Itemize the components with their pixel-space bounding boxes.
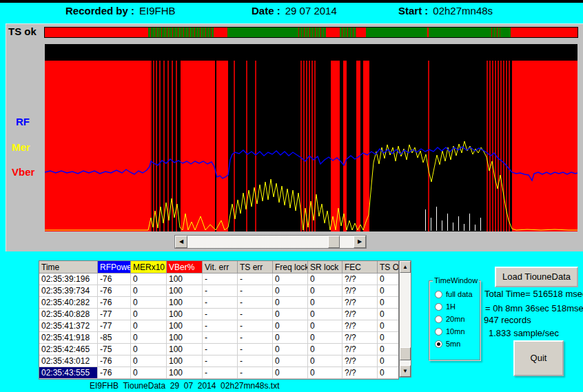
radio-button-icon[interactable] — [435, 303, 442, 311]
radio-10mn[interactable]: 10mn — [435, 326, 480, 337]
cell-sr-lock[interactable]: 0 — [308, 332, 342, 344]
cell-vit-err[interactable]: - — [203, 332, 238, 344]
cell-time[interactable]: 02:35:43:012 — [39, 355, 98, 367]
cell-fec[interactable]: ?/? — [342, 285, 378, 297]
cell-fec[interactable]: ?/? — [342, 332, 378, 344]
radio-label[interactable]: 1H — [446, 302, 456, 311]
table-row[interactable]: 02:35:41:918-850100--00?/?0 — [39, 332, 399, 344]
cell-time[interactable]: 02:35:40:828 — [39, 309, 98, 320]
chart-horizontal-scrollbar[interactable]: ◀ ▶ — [174, 235, 367, 249]
cell-merx10[interactable]: 0 — [131, 332, 167, 344]
radio-button-icon[interactable] — [435, 328, 442, 336]
cell-fec[interactable]: ?/? — [342, 355, 378, 367]
cell-time[interactable]: 02:35:43:555 — [39, 367, 98, 379]
cell-vber-[interactable]: 100 — [167, 332, 203, 344]
cell-vber-[interactable]: 100 — [167, 309, 203, 320]
cell-ts-err[interactable]: - — [238, 285, 273, 297]
table-row[interactable]: 02:35:42:465-750100--00?/?0 — [39, 344, 399, 355]
cell-vber-[interactable]: 100 — [167, 274, 203, 285]
cell-sr-lock[interactable]: 0 — [308, 285, 342, 297]
cell-ts-err[interactable]: - — [238, 332, 273, 344]
cell-merx10[interactable]: 0 — [131, 285, 167, 297]
cell-ts-err[interactable]: - — [238, 309, 273, 320]
cell-time[interactable]: 02:35:41:918 — [39, 332, 98, 344]
cell-fec[interactable]: ?/? — [342, 297, 378, 309]
vertical-scrollbar-thumb[interactable] — [400, 347, 411, 360]
table-row[interactable]: 02:35:43:555-760100--00?/?0 — [39, 367, 399, 379]
cell-fec[interactable]: ?/? — [342, 320, 378, 332]
cell-sr-lock[interactable]: 0 — [308, 355, 342, 367]
radio-label[interactable]: 20mn — [446, 315, 465, 323]
cell-ts-ok[interactable]: 0 — [378, 367, 400, 379]
scroll-right-icon[interactable]: ▶ — [354, 236, 366, 248]
cell-rfpower[interactable]: -76 — [98, 297, 131, 309]
cell-ts-ok[interactable]: 0 — [378, 274, 400, 285]
cell-vit-err[interactable]: - — [203, 320, 238, 332]
cell-sr-lock[interactable]: 0 — [308, 344, 342, 355]
cell-rfpower[interactable]: -77 — [98, 320, 131, 332]
cell-merx10[interactable]: 0 — [131, 367, 167, 379]
radio-20mn[interactable]: 20mn — [435, 313, 480, 324]
cell-merx10[interactable]: 0 — [131, 320, 167, 332]
cell-ts-ok[interactable]: 0 — [378, 285, 400, 297]
radio-label[interactable]: 10mn — [446, 327, 465, 336]
cell-freq-lock[interactable]: 0 — [273, 355, 308, 367]
cell-vit-err[interactable]: - — [203, 274, 238, 285]
table-row[interactable]: 02:35:39:196-760100--00?/?0 — [39, 274, 399, 285]
cell-ts-err[interactable]: - — [238, 344, 273, 355]
cell-vit-err[interactable]: - — [203, 344, 238, 355]
cell-time[interactable]: 02:35:39:734 — [39, 285, 98, 297]
cell-fec[interactable]: ?/? — [342, 309, 378, 320]
cell-rfpower[interactable]: -76 — [98, 367, 131, 379]
cell-ts-err[interactable]: - — [238, 367, 273, 379]
cell-ts-ok[interactable]: 0 — [378, 309, 400, 320]
table-row[interactable]: 02:35:39:734-760100--00?/?0 — [39, 285, 399, 297]
cell-rfpower[interactable]: -76 — [98, 274, 131, 285]
cell-ts-ok[interactable]: 0 — [378, 332, 400, 344]
table-row[interactable]: 02:35:40:828-770100--00?/?0 — [39, 309, 399, 320]
cell-rfpower[interactable]: -76 — [98, 355, 131, 367]
radio-1h[interactable]: 1H — [435, 301, 480, 312]
cell-ts-ok[interactable]: 0 — [378, 355, 400, 367]
cell-sr-lock[interactable]: 0 — [308, 274, 342, 285]
cell-vit-err[interactable]: - — [203, 297, 238, 309]
cell-vit-err[interactable]: - — [203, 355, 238, 367]
cell-fec[interactable]: ?/? — [342, 367, 378, 379]
cell-ts-err[interactable]: - — [238, 297, 273, 309]
cell-time[interactable]: 02:35:42:465 — [39, 344, 98, 355]
table-vertical-scrollbar[interactable]: ▲ ▼ — [399, 260, 411, 378]
table-row[interactable]: 02:35:41:372-770100--00?/?0 — [39, 320, 399, 332]
cell-freq-lock[interactable]: 0 — [273, 274, 308, 285]
horizontal-scrollbar-thumb[interactable] — [328, 236, 340, 248]
radio-5mn[interactable]: 5mn — [435, 338, 480, 349]
cell-sr-lock[interactable]: 0 — [308, 309, 342, 320]
cell-freq-lock[interactable]: 0 — [273, 297, 308, 309]
radio-button-icon[interactable] — [435, 291, 442, 298]
cell-vit-err[interactable]: - — [203, 285, 238, 297]
cell-time[interactable]: 02:35:39:196 — [39, 274, 98, 285]
table-row[interactable]: 02:35:43:012-760100--00?/?0 — [39, 355, 399, 367]
cell-vber-[interactable]: 100 — [167, 285, 203, 297]
cell-rfpower[interactable]: -75 — [98, 344, 131, 355]
scroll-left-icon[interactable]: ◀ — [175, 236, 187, 248]
cell-ts-err[interactable]: - — [238, 355, 273, 367]
cell-ts-ok[interactable]: 0 — [378, 297, 400, 309]
cell-freq-lock[interactable]: 0 — [273, 332, 308, 344]
cell-rfpower[interactable]: -77 — [98, 309, 131, 320]
cell-vber-[interactable]: 100 — [167, 344, 203, 355]
cell-vber-[interactable]: 100 — [167, 297, 203, 309]
cell-fec[interactable]: ?/? — [342, 344, 378, 355]
cell-time[interactable]: 02:35:41:372 — [39, 320, 98, 332]
radio-label[interactable]: full data — [446, 290, 473, 298]
cell-merx10[interactable]: 0 — [131, 274, 167, 285]
cell-vit-err[interactable]: - — [203, 367, 238, 379]
scroll-down-icon[interactable]: ▼ — [400, 365, 411, 377]
cell-time[interactable]: 02:35:40:282 — [39, 297, 98, 309]
cell-ts-ok[interactable]: 0 — [378, 320, 400, 332]
radio-full-data[interactable]: full data — [435, 289, 480, 300]
cell-fec[interactable]: ?/? — [342, 274, 378, 285]
cell-merx10[interactable]: 0 — [131, 344, 167, 355]
cell-ts-err[interactable]: - — [238, 320, 273, 332]
cell-sr-lock[interactable]: 0 — [308, 297, 342, 309]
cell-rfpower[interactable]: -85 — [98, 332, 131, 344]
